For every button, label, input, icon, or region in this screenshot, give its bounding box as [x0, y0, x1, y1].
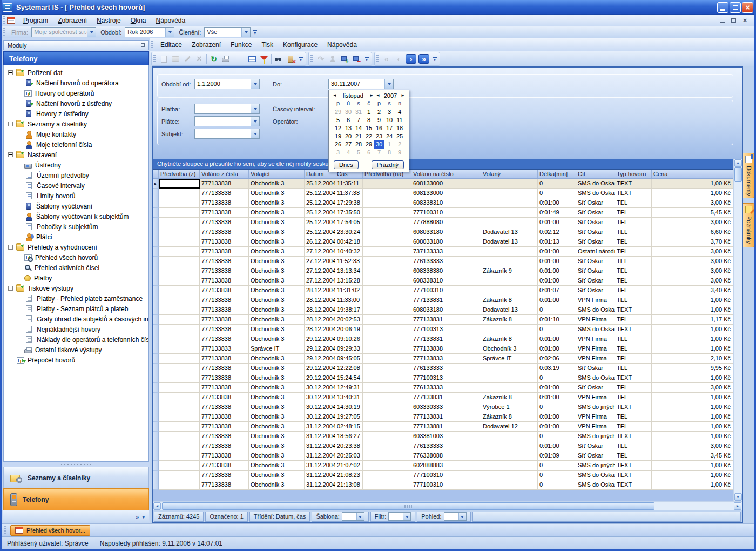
cell[interactable]: Obchodník 3: [249, 218, 305, 227]
row-selector[interactable]: [153, 402, 159, 412]
cell[interactable]: [363, 218, 411, 227]
chevron-down-icon[interactable]: [251, 79, 259, 89]
collapse-box-icon[interactable]: [8, 152, 13, 157]
calendar-day[interactable]: 3: [384, 108, 395, 116]
cell[interactable]: [159, 325, 200, 334]
column-header-volan[interactable]: Volaný: [481, 170, 538, 178]
cell[interactable]: 28.12.2004: [305, 295, 335, 305]
cell[interactable]: Síť Oskar: [576, 266, 615, 276]
cell[interactable]: [363, 247, 411, 257]
table-row[interactable]: 777133838Obchodník 325.12.200417:54:0577…: [153, 218, 733, 227]
cell[interactable]: Obchodník 3: [249, 373, 305, 383]
cell[interactable]: 1,00 Kč: [652, 412, 733, 422]
cell[interactable]: 27.12.2004: [305, 257, 335, 266]
cell[interactable]: 777133838: [200, 334, 249, 344]
cell[interactable]: Obchodník 3: [249, 227, 305, 237]
cell[interactable]: 0: [538, 461, 576, 471]
calendar-day[interactable]: 16: [374, 124, 384, 132]
calendar-day[interactable]: 20: [343, 132, 354, 140]
cell[interactable]: 0:01:00: [538, 218, 576, 227]
cell[interactable]: Zákazník 8: [481, 393, 538, 402]
cell[interactable]: 777133838: [200, 393, 249, 402]
restore-button[interactable]: [730, 2, 741, 13]
cell[interactable]: 30.12.2004: [305, 412, 335, 422]
cell[interactable]: TEL: [615, 276, 652, 286]
row-selector[interactable]: [153, 451, 159, 461]
row-selector[interactable]: [153, 480, 159, 490]
menu-item-tisk[interactable]: Tisk: [256, 40, 278, 50]
cell[interactable]: Obchodník 3: [249, 441, 305, 451]
cell[interactable]: 1,00 Kč: [652, 179, 733, 189]
cell[interactable]: 30.12.2004: [305, 402, 335, 412]
cell[interactable]: 21:08:23: [335, 471, 363, 480]
cell[interactable]: [363, 412, 411, 422]
cell[interactable]: [481, 189, 538, 198]
search-button[interactable]: [273, 53, 285, 64]
cell[interactable]: Obchodník 3: [249, 179, 305, 189]
cell[interactable]: Obchodník 3: [249, 257, 305, 266]
cell[interactable]: [363, 364, 411, 373]
table-row[interactable]: 777133833Správce IT29.12.200409:29:33777…: [153, 344, 733, 354]
cell[interactable]: Obchodník 3: [249, 364, 305, 373]
calendar-day[interactable]: 1: [384, 140, 395, 149]
cell[interactable]: 17:35:50: [335, 208, 363, 218]
calendar-day[interactable]: 26: [333, 140, 343, 149]
calendar-day[interactable]: 21: [354, 132, 364, 140]
cell[interactable]: 0:01:00: [538, 344, 576, 354]
tree-item-platby-p-ehled-plateb-zam-stnance[interactable]: Platby - Přehled plateb zaměstnance: [4, 293, 148, 304]
cell[interactable]: TEL: [615, 286, 652, 295]
table-row[interactable]: 777133838Obchodník 327.12.200413:15:2860…: [153, 276, 733, 286]
cell[interactable]: 15:24:54: [335, 373, 363, 383]
last-page-button[interactable]: [418, 54, 429, 64]
cell[interactable]: 777133838: [200, 257, 249, 266]
cell[interactable]: 0:02:12: [538, 227, 576, 237]
cell[interactable]: 25.12.2004: [305, 179, 335, 189]
tree-item-nastaven[interactable]: Nastavení: [4, 150, 148, 160]
cell[interactable]: 27.12.2004: [305, 266, 335, 276]
cell[interactable]: Síť Oskar: [576, 218, 615, 227]
cell[interactable]: Výrobce 1: [481, 402, 538, 412]
menu-item-konfigurace[interactable]: Konfigurace: [278, 40, 322, 50]
cell[interactable]: Obchodník 3: [249, 480, 305, 490]
cell[interactable]: 0:01:00: [538, 266, 576, 276]
group-by-bar[interactable]: Chytněte sloupec a přesuňte ho sem, aby …: [153, 159, 733, 170]
table-row[interactable]: 777133838Obchodník 328.12.200411:33:0077…: [153, 295, 733, 305]
calendar-day[interactable]: 29: [364, 140, 374, 149]
toolbar-overflow-icon[interactable]: ▾: [298, 54, 304, 64]
cell[interactable]: [363, 198, 411, 208]
calendar-day[interactable]: 15: [364, 124, 374, 132]
cell[interactable]: 608033180: [411, 305, 481, 315]
chevron-down-icon[interactable]: [165, 28, 174, 37]
row-selector[interactable]: [153, 305, 159, 315]
cell[interactable]: 3,00 Kč: [652, 276, 733, 286]
cell[interactable]: 0: [538, 373, 576, 383]
cell[interactable]: 10:40:32: [335, 247, 363, 257]
row-selector[interactable]: [153, 364, 159, 373]
cell[interactable]: Obchodník 3: [249, 402, 305, 412]
cell[interactable]: [159, 276, 200, 286]
expand-groups-icon[interactable]: »: [136, 514, 139, 520]
cell[interactable]: 0:01:00: [538, 198, 576, 208]
cell[interactable]: [363, 276, 411, 286]
cell[interactable]: 777133838: [200, 247, 249, 257]
cell[interactable]: 777133838: [200, 451, 249, 461]
cell[interactable]: Dodavatel 13: [481, 305, 538, 315]
table-row[interactable]: 777133838Obchodník 330.12.200412:49:3177…: [153, 383, 733, 393]
cell[interactable]: 777100310: [411, 471, 481, 480]
close-button[interactable]: ×: [742, 2, 753, 13]
chevron-down-icon[interactable]: [241, 28, 250, 37]
sidebar-splitter[interactable]: [3, 462, 149, 467]
row-selector[interactable]: [153, 383, 159, 393]
tree-item-asov-intervaly[interactable]: Časové intervaly: [4, 180, 148, 191]
cell[interactable]: 1,00 Kč: [652, 344, 733, 354]
cell[interactable]: 776133333: [411, 257, 481, 266]
cell[interactable]: 776133333: [411, 383, 481, 393]
collapse-box-icon[interactable]: [8, 122, 13, 126]
cell[interactable]: [159, 383, 200, 393]
calendar-day[interactable]: 22: [364, 132, 374, 140]
year-next-icon[interactable]: ►: [400, 93, 406, 98]
cell[interactable]: 21:07:02: [335, 461, 363, 471]
cell[interactable]: [481, 198, 538, 208]
cell[interactable]: [159, 208, 200, 218]
cell[interactable]: 25.12.2004: [305, 198, 335, 208]
